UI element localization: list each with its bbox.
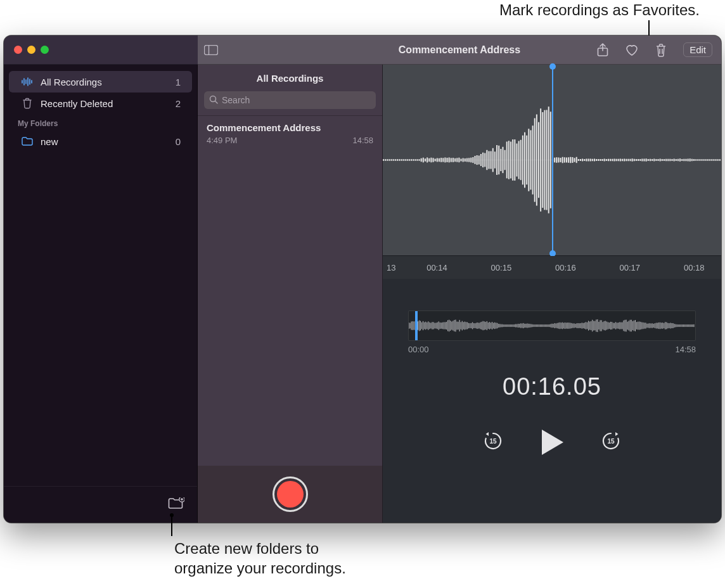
overview-playhead[interactable]	[415, 310, 418, 341]
search-input[interactable]: Search	[204, 91, 376, 109]
new-folder-button[interactable]	[168, 497, 184, 513]
record-button[interactable]	[273, 476, 308, 512]
overview-end-time: 14:58	[675, 345, 696, 354]
record-bar	[198, 466, 382, 523]
favorite-button[interactable]	[625, 44, 639, 56]
sidebar: All Recordings 1 Recently Deleted 2 My F…	[4, 65, 198, 523]
search-icon	[209, 95, 218, 106]
time-ruler: 13 00:14 00:15 00:16 00:17 00:18	[383, 256, 721, 279]
zoom-window-button[interactable]	[41, 46, 49, 54]
player-pane: 13 00:14 00:15 00:16 00:17 00:18 00:00 1…	[383, 65, 721, 523]
callout-new-folder: Create new folders to organize your reco…	[174, 539, 346, 578]
recording-title: Commencement Address	[207, 122, 373, 133]
recording-duration: 14:58	[352, 136, 373, 145]
search-placeholder: Search	[222, 95, 250, 105]
callout-line	[171, 516, 172, 536]
skip-forward-15-button[interactable]: 15	[600, 430, 622, 454]
ruler-tick: 00:15	[491, 263, 512, 272]
record-indicator	[277, 481, 304, 508]
sidebar-section-header: My Folders	[4, 114, 197, 131]
share-button[interactable]	[597, 43, 608, 57]
sidebar-item-label: Recently Deleted	[41, 98, 113, 109]
ruler-tick: 00:18	[684, 263, 705, 272]
sidebar-item-count: 1	[176, 77, 181, 87]
svg-rect-0	[205, 45, 218, 54]
play-button[interactable]	[539, 428, 565, 456]
svg-line-16	[215, 101, 218, 103]
edit-button[interactable]: Edit	[683, 42, 712, 57]
sidebar-folder-new[interactable]: new 0	[9, 131, 192, 152]
window-toolbar: Commencement Address Edit	[4, 35, 721, 65]
sidebar-item-label: All Recordings	[41, 77, 102, 87]
ruler-tick: 13	[387, 263, 395, 272]
sidebar-item-recently-deleted[interactable]: Recently Deleted 2	[9, 93, 192, 114]
trash-icon	[22, 98, 33, 109]
close-window-button[interactable]	[14, 46, 22, 54]
waveform-icon	[22, 77, 33, 86]
ruler-tick: 00:14	[427, 263, 447, 272]
waveform-overview[interactable]	[408, 310, 696, 341]
recording-list-header: All Recordings	[198, 65, 382, 91]
svg-text:15: 15	[607, 438, 615, 445]
overview-start-time: 00:00	[408, 345, 429, 354]
window-controls	[4, 46, 198, 54]
skip-back-15-button[interactable]: 15	[482, 430, 504, 454]
recording-item[interactable]: Commencement Address 4:49 PM 14:58	[198, 115, 382, 153]
voice-memos-window: Commencement Address Edit	[4, 35, 721, 523]
delete-button[interactable]	[655, 43, 667, 57]
callout-favorite: Mark recordings as Favorites.	[499, 0, 700, 20]
toggle-sidebar-button[interactable]	[204, 45, 218, 55]
svg-text:15: 15	[489, 438, 497, 445]
ruler-tick: 00:16	[555, 263, 576, 272]
playback-controls: 15 15	[383, 428, 721, 456]
sidebar-item-count: 2	[176, 98, 181, 109]
ruler-tick: 00:17	[620, 263, 641, 272]
current-time-display: 00:16.05	[383, 373, 721, 400]
sidebar-folder-label: new	[41, 136, 58, 147]
minimize-window-button[interactable]	[27, 46, 35, 54]
recording-time: 4:49 PM	[207, 136, 237, 145]
folder-icon	[22, 137, 33, 146]
sidebar-item-all-recordings[interactable]: All Recordings 1	[9, 71, 192, 93]
playhead[interactable]	[552, 65, 553, 255]
waveform-detail[interactable]	[383, 65, 721, 256]
sidebar-folder-count: 0	[176, 136, 181, 147]
recording-list-pane: All Recordings Search Commencement Addre…	[198, 65, 383, 523]
